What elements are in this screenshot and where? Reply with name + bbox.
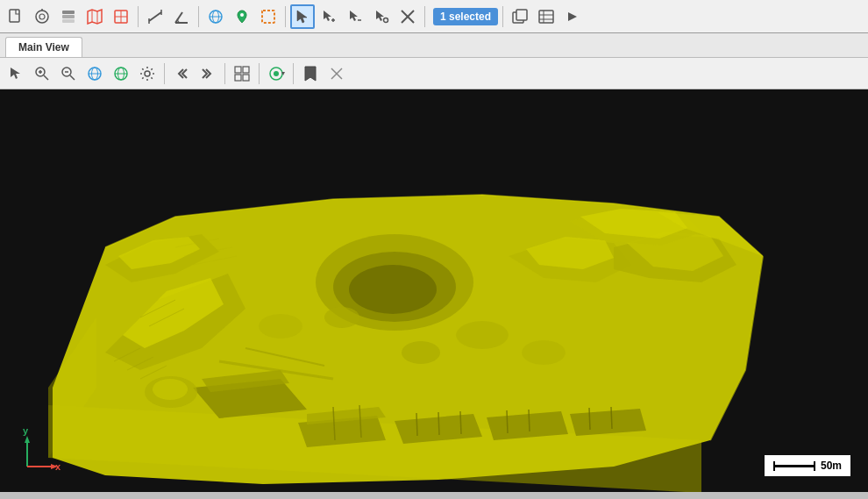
svg-line-17: [175, 12, 182, 23]
svg-text:y: y: [23, 427, 29, 436]
svg-point-103: [456, 321, 509, 349]
angle-measure-icon[interactable]: [169, 4, 194, 29]
svg-rect-22: [262, 11, 274, 23]
svg-marker-39: [568, 12, 577, 21]
svg-point-54: [145, 71, 150, 76]
copy-map-icon[interactable]: [508, 4, 532, 29]
svg-line-92: [507, 410, 508, 433]
svg-line-44: [44, 75, 48, 80]
new-icon[interactable]: [4, 4, 28, 29]
settings-tool[interactable]: [135, 61, 160, 86]
svg-rect-5: [62, 15, 75, 18]
zoom-in-tool[interactable]: [30, 61, 54, 86]
scale-bar: 50m: [765, 455, 850, 476]
svg-line-95: [589, 408, 590, 430]
rect-select-icon[interactable]: [256, 4, 281, 29]
select-arrow-icon[interactable]: [290, 4, 315, 29]
open-icon[interactable]: [30, 4, 54, 29]
svg-marker-29: [376, 11, 384, 21]
svg-marker-24: [324, 11, 331, 21]
grid-tool[interactable]: [230, 61, 254, 86]
svg-point-76: [349, 265, 437, 314]
atlas-icon[interactable]: [534, 4, 559, 29]
svg-rect-58: [243, 75, 249, 81]
svg-marker-27: [350, 11, 358, 21]
svg-rect-56: [243, 67, 249, 73]
svg-marker-23: [297, 11, 307, 23]
svg-point-2: [39, 14, 45, 19]
map-icon[interactable]: [82, 4, 107, 29]
svg-line-47: [70, 75, 75, 80]
more-icon[interactable]: [560, 4, 585, 29]
svg-line-89: [438, 412, 439, 435]
tab-bar: Main View: [0, 33, 868, 58]
globe-icon[interactable]: [203, 4, 228, 29]
svg-line-88: [416, 413, 417, 436]
top-toolbar: 1 selected: [0, 0, 868, 33]
secondary-toolbar: [0, 58, 868, 89]
svg-point-105: [522, 340, 566, 365]
svg-marker-7: [88, 10, 102, 24]
svg-rect-57: [235, 75, 241, 81]
layer-dropdown-tool[interactable]: [264, 61, 288, 86]
svg-line-90: [460, 411, 461, 434]
select-x-icon[interactable]: [395, 4, 420, 29]
zoom-out-tool[interactable]: [56, 61, 81, 86]
terrain-svg: [0, 89, 868, 492]
globe-zoom-tool[interactable]: [82, 61, 107, 86]
svg-marker-116: [25, 436, 30, 443]
svg-line-13: [149, 12, 161, 21]
bookmark-tool[interactable]: [298, 61, 323, 86]
globe-select-tool[interactable]: [109, 61, 133, 86]
scale-bar-line: [773, 465, 815, 467]
prev-tool[interactable]: [169, 61, 194, 86]
layers-icon[interactable]: [56, 4, 81, 29]
scale-bar-label: 50m: [821, 460, 842, 472]
selected-badge: 1 selected: [433, 8, 498, 25]
svg-marker-40: [11, 68, 20, 79]
svg-line-96: [611, 407, 612, 429]
svg-rect-4: [62, 11, 75, 14]
svg-point-101: [259, 314, 302, 339]
svg-rect-55: [235, 67, 241, 73]
svg-point-30: [384, 18, 388, 22]
select-minus-icon[interactable]: [343, 4, 367, 29]
svg-rect-0: [10, 10, 19, 22]
svg-point-60: [274, 71, 279, 76]
measure-line-icon[interactable]: [143, 4, 167, 29]
svg-line-93: [529, 410, 530, 431]
svg-point-1: [36, 11, 48, 23]
svg-rect-35: [539, 11, 553, 23]
select-plus-icon[interactable]: [317, 4, 341, 29]
svg-point-21: [240, 13, 244, 17]
svg-rect-6: [62, 19, 75, 23]
close-tool[interactable]: [324, 61, 349, 86]
svg-rect-34: [516, 10, 527, 20]
viewport: y x 50m: [0, 89, 868, 492]
next-tool[interactable]: [196, 61, 220, 86]
svg-text:x: x: [55, 461, 61, 472]
grid-red-icon[interactable]: [109, 4, 133, 29]
svg-point-98: [153, 379, 188, 400]
select-intersect-icon[interactable]: [369, 4, 394, 29]
svg-point-102: [324, 307, 359, 328]
arrow-tool[interactable]: [4, 61, 28, 86]
axis-indicator: y x: [14, 427, 67, 480]
main-view-tab[interactable]: Main View: [5, 37, 82, 57]
svg-point-104: [402, 341, 440, 364]
pin-location-icon[interactable]: [230, 4, 254, 29]
